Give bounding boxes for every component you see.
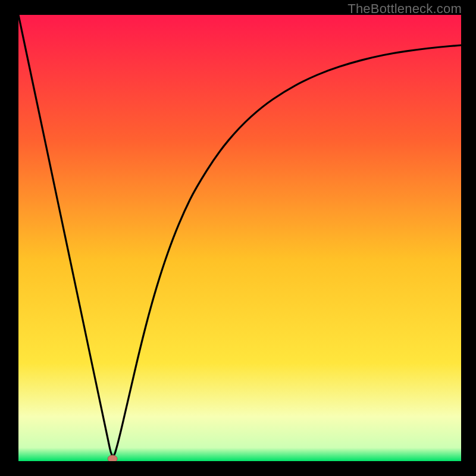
bottleneck-chart: [18, 15, 461, 461]
minimum-marker: [108, 455, 117, 461]
gradient-background: [18, 15, 461, 461]
chart-frame: [18, 15, 461, 461]
